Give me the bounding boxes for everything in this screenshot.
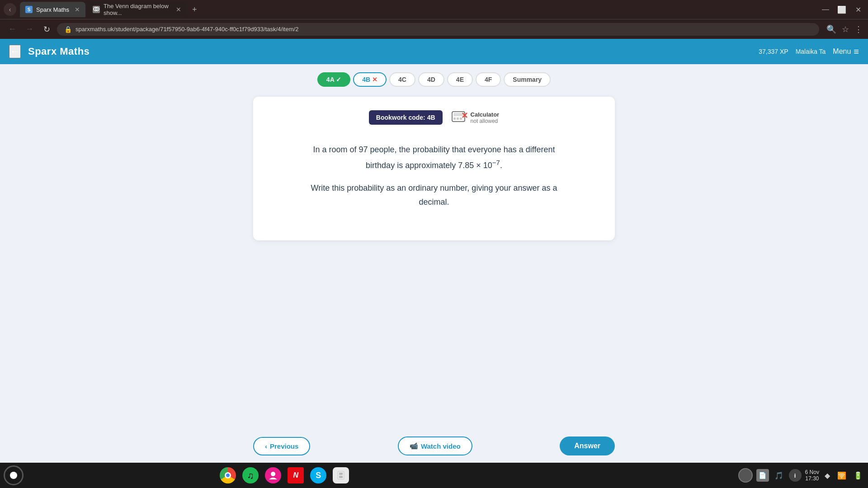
nav-back-button[interactable]: ← bbox=[5, 24, 19, 34]
task-tab-4c[interactable]: 4C bbox=[389, 72, 415, 87]
previous-label: Previous bbox=[270, 442, 298, 450]
answer-label: Answer bbox=[574, 442, 600, 450]
browser-tab-venn[interactable]: The Venn diagram below show... ✕ bbox=[87, 2, 187, 17]
bookwork-code-label: Bookwork code: 4B bbox=[376, 114, 435, 121]
date-display: 6 Nov bbox=[805, 469, 819, 475]
tab-4d-label: 4D bbox=[427, 76, 435, 83]
question-line1: In a room of 97 people, the probability … bbox=[313, 145, 555, 154]
venn-tab-label: The Venn diagram below show... bbox=[104, 3, 170, 16]
question-exponent: −7 bbox=[492, 159, 500, 166]
svg-point-10 bbox=[271, 472, 275, 476]
svg-rect-7 bbox=[460, 117, 462, 120]
maximize-button[interactable]: ⬜ bbox=[835, 5, 848, 14]
calculator-icon bbox=[452, 111, 468, 124]
bookwork-code-badge: Bookwork code: 4B bbox=[369, 110, 443, 125]
tab-list-back[interactable]: ‹ bbox=[4, 3, 16, 16]
more-options-button[interactable]: ⋮ bbox=[854, 24, 863, 34]
task-tab-4e[interactable]: 4E bbox=[447, 72, 473, 87]
calculator-label: Calculator bbox=[471, 111, 500, 118]
question-area: Bookwork code: 4B Calculator bbox=[253, 97, 615, 240]
minimize-button[interactable]: — bbox=[819, 5, 832, 14]
previous-button[interactable]: ‹ Previous bbox=[253, 437, 310, 455]
close-window-button[interactable]: ✕ bbox=[852, 5, 864, 14]
taskbar-circle-button[interactable] bbox=[4, 465, 24, 485]
venn-tab-close[interactable]: ✕ bbox=[176, 6, 181, 13]
bottom-navigation: ‹ Previous 📹 Watch video Answer bbox=[0, 429, 868, 463]
sparx-tab-close[interactable]: ✕ bbox=[75, 6, 80, 13]
user-name: Malaika Ta bbox=[796, 48, 826, 55]
task-tab-4f[interactable]: 4F bbox=[476, 72, 501, 87]
diamond-icon: ◆ bbox=[823, 471, 832, 480]
question-line3: Write this probability as an ordinary nu… bbox=[311, 183, 557, 192]
address-input[interactable]: 🔒 sparxmaths.uk/student/package/71f57950… bbox=[57, 23, 819, 36]
svg-rect-12 bbox=[339, 473, 343, 475]
calculator-badge: Calculator not allowed bbox=[452, 111, 500, 124]
tab-4b-x-icon: ✕ bbox=[372, 76, 377, 83]
svg-rect-6 bbox=[457, 117, 459, 120]
taskbar: ♫ N S bbox=[0, 463, 868, 488]
tab-bar: ‹ S Sparx Maths ✕ The Venn diagram below… bbox=[0, 0, 868, 19]
tab-summary-label: Summary bbox=[513, 76, 542, 83]
spotify-icon[interactable]: ♫ bbox=[241, 465, 260, 485]
time-display: 17:30 bbox=[805, 475, 819, 482]
pink-app-icon[interactable] bbox=[263, 465, 283, 485]
taskbar-app-icons: ♫ N S bbox=[218, 465, 351, 485]
question-line2-pre: birthday is approximately 7.85 × 10−7. bbox=[366, 161, 502, 170]
question-text: In a room of 97 people, the probability … bbox=[280, 143, 588, 209]
bookmark-button[interactable]: ☆ bbox=[842, 24, 849, 34]
tab-4c-label: 4C bbox=[398, 76, 406, 83]
taskbar-dot bbox=[10, 472, 17, 479]
question-card: Bookwork code: 4B Calculator bbox=[253, 97, 615, 240]
answer-button[interactable]: Answer bbox=[560, 436, 615, 455]
address-bar: ← → ↻ 🔒 sparxmaths.uk/student/package/71… bbox=[0, 19, 868, 39]
menu-button[interactable]: Menu ≡ bbox=[833, 47, 859, 57]
skype-icon[interactable]: S bbox=[308, 465, 328, 485]
date-time-display: 6 Nov 17:30 bbox=[805, 469, 819, 482]
prev-chevron-icon: ‹ bbox=[265, 442, 267, 450]
search-button[interactable]: 🔍 bbox=[826, 24, 836, 34]
watch-video-label: Watch video bbox=[421, 442, 461, 450]
svg-rect-4 bbox=[453, 113, 463, 116]
tab-4e-label: 4E bbox=[456, 76, 464, 83]
battery-icon: 🔋 bbox=[852, 471, 864, 480]
nav-refresh-button[interactable]: ↻ bbox=[40, 24, 53, 34]
network-icon: 🛜 bbox=[835, 471, 848, 480]
card-header: Bookwork code: 4B Calculator bbox=[280, 110, 588, 125]
nav-forward-button[interactable]: → bbox=[23, 24, 36, 34]
task-tab-4d[interactable]: 4D bbox=[418, 72, 444, 87]
address-lock-icon: 🔒 bbox=[64, 26, 72, 33]
calculator-status: Calculator not allowed bbox=[471, 111, 500, 124]
menu-label: Menu bbox=[833, 47, 851, 56]
tab-4a-label: 4A ✓ bbox=[326, 76, 341, 83]
back-arrow-icon[interactable]: ← bbox=[9, 45, 21, 58]
taskbar-avatar bbox=[738, 468, 753, 483]
main-content: 4A ✓ 4B ✕ 4C 4D 4E 4F Summary Bookwork c… bbox=[0, 64, 868, 488]
watch-video-button[interactable]: 📹 Watch video bbox=[398, 436, 472, 455]
task-tab-4b[interactable]: 4B ✕ bbox=[353, 72, 387, 87]
taskbar-system-tray: 📄 🎵 i 6 Nov 17:30 ◆ 🛜 🔋 bbox=[738, 468, 864, 483]
svg-rect-11 bbox=[338, 471, 344, 479]
video-camera-icon: 📹 bbox=[410, 442, 418, 450]
window-controls: — ⬜ ✕ bbox=[819, 5, 864, 14]
svg-rect-13 bbox=[339, 476, 343, 478]
question-paragraph-1: In a room of 97 people, the probability … bbox=[280, 143, 588, 172]
task-tab-4a[interactable]: 4A ✓ bbox=[317, 72, 350, 87]
venn-tab-favicon bbox=[93, 6, 100, 13]
task-tabs: 4A ✓ 4B ✕ 4C 4D 4E 4F Summary bbox=[317, 64, 551, 92]
music-icon[interactable]: 🎵 bbox=[773, 471, 785, 480]
chrome-icon[interactable] bbox=[218, 465, 238, 485]
roblox-icon[interactable] bbox=[331, 465, 351, 485]
netflix-icon[interactable]: N bbox=[286, 465, 306, 485]
browser-tab-sparx[interactable]: S Sparx Maths ✕ bbox=[20, 2, 85, 17]
sparx-tab-favicon: S bbox=[25, 6, 33, 13]
info-icon[interactable]: i bbox=[789, 469, 802, 482]
question-line4: decimal. bbox=[419, 197, 449, 206]
files-icon[interactable]: 📄 bbox=[756, 469, 769, 482]
new-tab-button[interactable]: + bbox=[189, 5, 201, 14]
header-right: 37,337 XP Malaika Ta Menu ≡ bbox=[759, 47, 859, 57]
address-text: sparxmaths.uk/student/package/71f57950-9… bbox=[75, 26, 298, 33]
tab-4b-label: 4B bbox=[362, 76, 370, 83]
app-header: ← Sparx Maths 37,337 XP Malaika Ta Menu … bbox=[0, 39, 868, 64]
task-tab-summary[interactable]: Summary bbox=[504, 72, 551, 87]
sparx-tab-label: Sparx Maths bbox=[36, 6, 69, 13]
